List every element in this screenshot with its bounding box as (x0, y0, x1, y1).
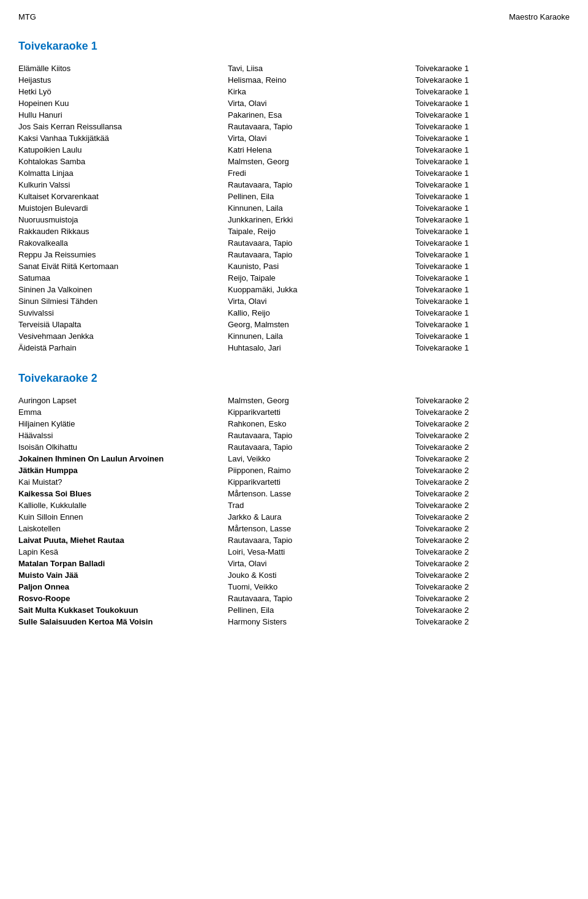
song-category: Toivekaraoke 1 (415, 97, 570, 109)
song-title: Reppu Ja Reissumies (18, 249, 228, 260)
song-artist: Taipale, Reijo (228, 226, 415, 237)
song-category: Toivekaraoke 1 (415, 191, 570, 202)
song-category: Toivekaraoke 1 (415, 179, 570, 191)
song-category: Toivekaraoke 1 (415, 342, 570, 354)
song-artist: Malmsten, Georg (228, 156, 415, 167)
list-item: Suvivalssi Kallio, Reijo Toivekaraoke 1 (18, 307, 570, 319)
song-category: Toivekaraoke 2 (415, 534, 570, 546)
list-item: Muistojen Bulevardi Kinnunen, Laila Toiv… (18, 202, 570, 214)
song-artist: Reijo, Taipale (228, 272, 415, 284)
song-category: Toivekaraoke 2 (415, 593, 570, 604)
list-item: Kalliolle, Kukkulalle Trad Toivekaraoke … (18, 499, 570, 511)
song-category: Toivekaraoke 1 (415, 284, 570, 295)
song-category: Toivekaraoke 1 (415, 202, 570, 214)
list-item: Elämälle Kiitos Tavi, Liisa Toivekaraoke… (18, 63, 570, 74)
list-item: Auringon Lapset Malmsten, Georg Toivekar… (18, 395, 570, 406)
list-item: Emma Kipparikvartetti Toivekaraoke 2 (18, 406, 570, 418)
song-category: Toivekaraoke 1 (415, 295, 570, 307)
section1-title: Toivekaraoke 1 (18, 40, 570, 53)
song-title: Satumaa (18, 272, 228, 284)
song-artist: Kipparikvartetti (228, 476, 415, 488)
list-item: Satumaa Reijo, Taipale Toivekaraoke 1 (18, 272, 570, 284)
list-item: Vesivehmaan Jenkka Kinnunen, Laila Toive… (18, 330, 570, 342)
list-item: Jätkän Humppa Piipponen, Raimo Toivekara… (18, 465, 570, 476)
song-title: Kalliolle, Kukkulalle (18, 499, 228, 511)
song-title: Rosvo-Roope (18, 593, 228, 604)
list-item: Kaksi Vanhaa Tukkijätkää Virta, Olavi To… (18, 132, 570, 144)
song-category: Toivekaraoke 1 (415, 330, 570, 342)
song-artist: Kinnunen, Laila (228, 330, 415, 342)
song-title: Hetki Lyö (18, 86, 228, 97)
song-artist: Pellinen, Eila (228, 191, 415, 202)
song-category: Toivekaraoke 2 (415, 488, 570, 499)
song-title: Kai Muistat? (18, 476, 228, 488)
song-title: Kulkurin Valssi (18, 179, 228, 191)
song-category: Toivekaraoke 2 (415, 476, 570, 488)
song-category: Toivekaraoke 2 (415, 395, 570, 406)
song-category: Toivekaraoke 1 (415, 272, 570, 284)
list-item: Äideistä Parhain Huhtasalo, Jari Toiveka… (18, 342, 570, 354)
song-category: Toivekaraoke 1 (415, 214, 570, 226)
song-artist: Trad (228, 499, 415, 511)
song-artist: Junkkarinen, Erkki (228, 214, 415, 226)
list-item: Heijastus Helismaa, Reino Toivekaraoke 1 (18, 74, 570, 86)
list-item: Sulle Salaisuuden Kertoa Mä Voisin Harmo… (18, 616, 570, 628)
list-item: Paljon Onnea Tuomi, Veikko Toivekaraoke … (18, 581, 570, 593)
song-title: Vesivehmaan Jenkka (18, 330, 228, 342)
song-artist: Loiri, Vesa-Matti (228, 546, 415, 558)
song-artist: Rautavaara, Tapio (228, 249, 415, 260)
list-item: Kolmatta Linjaa Fredi Toivekaraoke 1 (18, 167, 570, 179)
song-category: Toivekaraoke 2 (415, 441, 570, 453)
song-category: Toivekaraoke 1 (415, 167, 570, 179)
song-artist: Rautavaara, Tapio (228, 441, 415, 453)
song-title: Kaksi Vanhaa Tukkijätkää (18, 132, 228, 144)
song-title: Jos Sais Kerran Reissullansa (18, 121, 228, 132)
song-category: Toivekaraoke 2 (415, 546, 570, 558)
song-category: Toivekaraoke 1 (415, 74, 570, 86)
song-artist: Pakarinen, Esa (228, 109, 415, 121)
list-item: Hopeinen Kuu Virta, Olavi Toivekaraoke 1 (18, 97, 570, 109)
song-category: Toivekaraoke 1 (415, 307, 570, 319)
list-item: Hetki Lyö Kirka Toivekaraoke 1 (18, 86, 570, 97)
song-artist: Tuomi, Veikko (228, 581, 415, 593)
list-item: Häävalssi Rautavaara, Tapio Toivekaraoke… (18, 430, 570, 441)
song-artist: Kinnunen, Laila (228, 202, 415, 214)
song-artist: Rahkonen, Esko (228, 418, 415, 430)
song-title: Kaikessa Soi Blues (18, 488, 228, 499)
list-item: Nuoruusmuistoja Junkkarinen, Erkki Toive… (18, 214, 570, 226)
song-artist: Harmony Sisters (228, 616, 415, 628)
song-artist: Fredi (228, 167, 415, 179)
song-category: Toivekaraoke 1 (415, 144, 570, 156)
song-title: Elämälle Kiitos (18, 63, 228, 74)
song-category: Toivekaraoke 1 (415, 249, 570, 260)
section1: Toivekaraoke 1 Elämälle Kiitos Tavi, Lii… (18, 40, 570, 354)
song-title: Kultaiset Korvarenkaat (18, 191, 228, 202)
section2: Toivekaraoke 2 Auringon Lapset Malmsten,… (18, 372, 570, 628)
list-item: Jos Sais Kerran Reissullansa Rautavaara,… (18, 121, 570, 132)
song-category: Toivekaraoke 1 (415, 63, 570, 74)
song-artist: Jarkko & Laura (228, 511, 415, 523)
song-title: Lapin Kesä (18, 546, 228, 558)
song-title: Häävalssi (18, 430, 228, 441)
song-title: Muistojen Bulevardi (18, 202, 228, 214)
list-item: Muisto Vain Jää Jouko & Kosti Toivekarao… (18, 569, 570, 581)
song-artist: Virta, Olavi (228, 295, 415, 307)
song-artist: Tavi, Liisa (228, 63, 415, 74)
song-artist: Pellinen, Eila (228, 604, 415, 616)
list-item: Sanat Eivät Riitä Kertomaan Kaunisto, Pa… (18, 260, 570, 272)
song-title: Suvivalssi (18, 307, 228, 319)
song-category: Toivekaraoke 1 (415, 132, 570, 144)
list-item: Reppu Ja Reissumies Rautavaara, Tapio To… (18, 249, 570, 260)
song-title: Hopeinen Kuu (18, 97, 228, 109)
song-artist: Rautavaara, Tapio (228, 179, 415, 191)
song-title: Emma (18, 406, 228, 418)
song-artist: Georg, Malmsten (228, 319, 415, 330)
song-title: Rakkauden Rikkaus (18, 226, 228, 237)
list-item: Kuin Silloin Ennen Jarkko & Laura Toivek… (18, 511, 570, 523)
song-artist: Virta, Olavi (228, 558, 415, 569)
list-item: Sininen Ja Valkoinen Kuoppamäki, Jukka T… (18, 284, 570, 295)
section2-title: Toivekaraoke 2 (18, 372, 570, 385)
song-category: Toivekaraoke 1 (415, 121, 570, 132)
list-item: Hullu Hanuri Pakarinen, Esa Toivekaraoke… (18, 109, 570, 121)
song-category: Toivekaraoke 2 (415, 558, 570, 569)
